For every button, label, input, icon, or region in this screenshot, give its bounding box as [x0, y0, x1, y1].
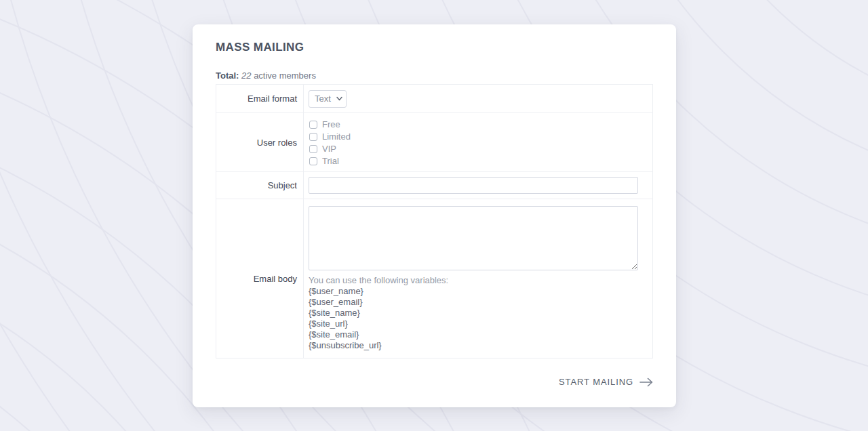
variable-item: {$user_name}: [309, 286, 652, 297]
email-body-cell: You can use the following variables: {$u…: [304, 199, 652, 358]
email-body-textarea[interactable]: [309, 206, 638, 270]
user-roles-list: Free Limited VIP Trial: [309, 118, 652, 167]
variable-item: {$user_email}: [309, 297, 652, 308]
start-mailing-label: START MAILING: [559, 377, 633, 387]
user-role-checkbox-free[interactable]: [309, 121, 317, 129]
subject-input[interactable]: [309, 177, 638, 194]
user-roles-row: User roles Free Limited VIP: [216, 113, 652, 172]
total-summary: Total: 22 active members: [216, 71, 653, 81]
user-role-checkbox-trial[interactable]: [309, 157, 317, 165]
start-mailing-button[interactable]: START MAILING: [559, 374, 653, 390]
variables-helper-text: You can use the following variables:: [309, 275, 652, 286]
email-body-label: Email body: [216, 199, 304, 358]
variable-item: {$site_email}: [309, 329, 652, 340]
page-title: MASS MAILING: [216, 41, 653, 54]
variable-item: {$site_url}: [309, 319, 652, 329]
user-role-label: Limited: [322, 131, 351, 142]
subject-cell: [304, 172, 652, 199]
email-body-row: Email body You can use the following var…: [216, 199, 652, 358]
arrow-right-icon: [639, 377, 653, 387]
user-role-label: Trial: [322, 156, 339, 166]
user-roles-label: User roles: [216, 113, 304, 171]
mass-mailing-card: MASS MAILING Total: 22 active members Em…: [193, 24, 676, 407]
subject-row: Subject: [216, 172, 652, 199]
page-background: MASS MAILING Total: 22 active members Em…: [0, 0, 868, 431]
user-role-option-vip[interactable]: VIP: [309, 143, 652, 155]
user-role-option-limited[interactable]: Limited: [309, 131, 652, 143]
subject-label: Subject: [216, 172, 304, 199]
user-roles-cell: Free Limited VIP Trial: [304, 113, 652, 171]
email-format-select-wrap: Text: [309, 90, 347, 108]
mass-mailing-form: Email format Text User roles: [216, 84, 653, 358]
user-role-option-free[interactable]: Free: [309, 119, 652, 131]
total-count: 22: [241, 70, 251, 81]
variables-list: {$user_name} {$user_email} {$site_name} …: [309, 286, 652, 351]
variable-item: {$unsubscribe_url}: [309, 340, 652, 351]
email-format-label: Email format: [216, 85, 304, 112]
email-format-row: Email format Text: [216, 85, 652, 113]
email-format-select[interactable]: Text: [309, 90, 347, 108]
variable-item: {$site_name}: [309, 308, 652, 319]
user-role-label: VIP: [322, 144, 336, 154]
user-role-option-trial[interactable]: Trial: [309, 155, 652, 167]
user-role-checkbox-vip[interactable]: [309, 145, 317, 153]
total-text: active members: [254, 70, 316, 81]
total-label: Total:: [216, 70, 239, 81]
card-footer: START MAILING: [216, 374, 653, 390]
user-role-label: Free: [322, 119, 340, 129]
user-role-checkbox-limited[interactable]: [309, 133, 317, 141]
email-format-cell: Text: [304, 85, 652, 112]
